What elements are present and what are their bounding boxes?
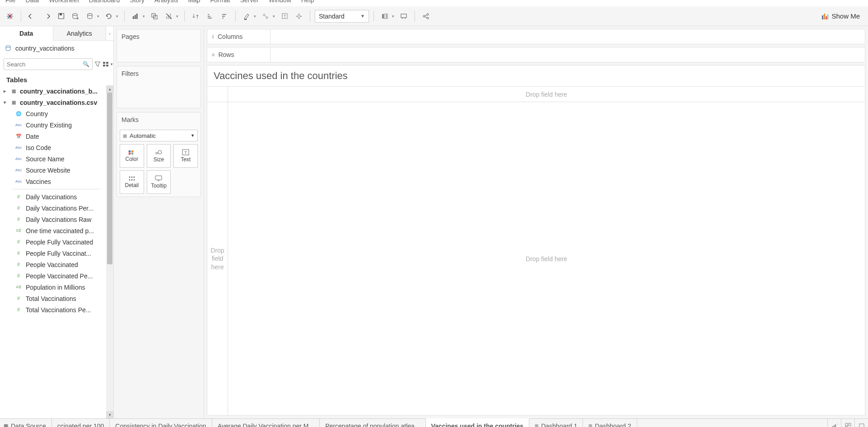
menu-map[interactable]: Map	[186, 0, 202, 4]
field-item[interactable]: #People Fully Vaccinat...	[0, 248, 113, 259]
sheet-title[interactable]: Vaccines used in the countries	[207, 66, 865, 86]
field-item[interactable]: #People Fully Vaccinated	[0, 236, 113, 248]
field-item[interactable]: #People Vaccinated	[0, 259, 113, 270]
menu-story[interactable]: Story	[128, 0, 146, 4]
show-labels-icon[interactable]: T	[278, 10, 291, 23]
dropdown-caret-icon[interactable]: ▾	[111, 60, 113, 69]
dropdown-caret-icon[interactable]: ▾	[116, 14, 119, 19]
viz-canvas[interactable]: Vaccines used in the countries Drop fiel…	[207, 65, 865, 416]
svg-point-38	[427, 14, 429, 15]
scroll-down-icon[interactable]: ▾	[106, 411, 113, 418]
marks-detail-button[interactable]: Detail	[120, 170, 144, 194]
marks-size-button[interactable]: Size	[147, 144, 171, 168]
new-story-tab-icon[interactable]: +	[854, 419, 868, 427]
new-worksheet-icon[interactable]	[129, 10, 142, 23]
field-item[interactable]: #Daily Vaccinations	[0, 191, 113, 202]
sort-asc-icon[interactable]	[204, 10, 216, 23]
new-datasource-icon[interactable]	[69, 10, 82, 23]
menu-format[interactable]: Format	[208, 0, 232, 4]
drop-columns-hint[interactable]: Drop field here	[228, 87, 865, 102]
dashboard-tab[interactable]: ⊞ Dashboard 2	[583, 419, 637, 427]
redo-icon[interactable]	[40, 10, 53, 23]
collapse-chevron-icon[interactable]: ‹	[106, 26, 113, 40]
dashboard-tab[interactable]: ⊞ Dashboard 1	[529, 419, 583, 427]
rows-shelf[interactable]: ≡ Rows	[207, 47, 865, 62]
field-item[interactable]: #Daily Vaccinations Raw	[0, 214, 113, 225]
menu-analysis[interactable]: Analysis	[153, 0, 180, 4]
tableau-logo-icon[interactable]	[4, 10, 16, 23]
field-item[interactable]: #People Vaccinated Pe...	[0, 270, 113, 282]
mark-type-dropdown[interactable]: ▦ Automatic ▼	[120, 130, 198, 141]
sheet-tab[interactable]: Average Daily Vaccination per M...	[212, 419, 320, 427]
field-item[interactable]: AbcCountry Existing	[0, 119, 113, 131]
menu-dashboard[interactable]: Dashboard	[87, 0, 122, 4]
fit-dropdown[interactable]: Standard ▼	[315, 10, 369, 23]
highlight-icon[interactable]	[240, 10, 253, 23]
menu-window[interactable]: Window	[267, 0, 293, 4]
filter-icon[interactable]	[94, 60, 101, 69]
scrollbar[interactable]: ▴ ▾	[106, 85, 113, 418]
dropdown-caret-icon[interactable]: ▾	[176, 14, 179, 19]
pin-icon[interactable]	[293, 10, 305, 23]
columns-shelf[interactable]: ⦀ Columns	[207, 29, 865, 44]
show-me-button[interactable]: Show Me	[817, 12, 864, 20]
presentation-icon[interactable]	[397, 10, 410, 23]
dropdown-caret-icon[interactable]: ▾	[97, 14, 100, 19]
undo-icon[interactable]	[26, 10, 38, 23]
swap-icon[interactable]	[189, 10, 202, 23]
table-item[interactable]: ▸ ▦ country_vaccinations_b...	[0, 85, 113, 97]
refresh-icon[interactable]	[103, 10, 115, 23]
group-icon[interactable]	[259, 10, 272, 23]
clear-sheet-icon[interactable]	[163, 10, 175, 23]
menu-help[interactable]: Help	[299, 0, 316, 4]
search-field[interactable]	[7, 61, 83, 68]
menu-data[interactable]: Data	[24, 0, 41, 4]
data-source-tab[interactable]: ▦ Data Source	[0, 419, 52, 427]
drop-rows-hint[interactable]: Drop field here	[207, 102, 228, 415]
sheet-tab-active[interactable]: Vaccines used in the countries	[426, 418, 530, 427]
filters-shelf[interactable]: Filters	[117, 66, 201, 108]
tab-analytics[interactable]: Analytics	[53, 26, 107, 40]
field-item[interactable]: #Total Vaccinations Pe...	[0, 304, 113, 315]
field-item[interactable]: 📅Date	[0, 131, 113, 142]
new-worksheet-tab-icon[interactable]: +	[827, 419, 841, 427]
marks-color-button[interactable]: Color	[120, 144, 144, 168]
pages-shelf[interactable]: Pages	[117, 29, 201, 62]
marks-text-button[interactable]: T Text	[173, 144, 198, 168]
share-icon[interactable]	[420, 10, 432, 23]
sort-desc-icon[interactable]	[218, 10, 231, 23]
pause-auto-updates-icon[interactable]	[84, 10, 96, 23]
search-input[interactable]: 🔍	[4, 58, 93, 70]
sheet-tab[interactable]: Percenatage of population atlea...	[320, 419, 425, 427]
field-item[interactable]: AbcVaccines	[0, 176, 113, 187]
menu-server[interactable]: Server	[238, 0, 261, 4]
sheet-tab[interactable]: Consistency in Daily Vaccination	[110, 419, 212, 427]
show-cards-icon[interactable]	[378, 10, 391, 23]
table-item[interactable]: ▾ ▦ country_vaccinations.csv	[0, 97, 113, 108]
menu-file[interactable]: File	[4, 0, 18, 4]
scroll-up-icon[interactable]: ▴	[106, 85, 113, 93]
dropdown-caret-icon[interactable]: ▾	[254, 14, 257, 19]
drop-main-hint[interactable]: Drop field here	[228, 102, 865, 415]
field-item[interactable]: AbcIso Code	[0, 142, 113, 153]
dropdown-caret-icon[interactable]: ▾	[273, 14, 275, 19]
dropdown-caret-icon[interactable]: ▾	[392, 14, 395, 19]
scroll-thumb[interactable]	[107, 93, 112, 264]
field-item[interactable]: =#Population in Millions	[0, 282, 113, 293]
field-item[interactable]: =#One time vaccinated p...	[0, 225, 113, 236]
sheet-tab[interactable]: ccinated per 100	[52, 419, 110, 427]
datasource-row[interactable]: country_vaccinations	[0, 41, 113, 56]
menu-worksheet[interactable]: Worksheet	[47, 0, 81, 4]
new-dashboard-tab-icon[interactable]: +	[841, 419, 854, 427]
field-item[interactable]: #Daily Vaccinations Per...	[0, 202, 113, 214]
field-item[interactable]: 🌐Country	[0, 108, 113, 119]
tab-data[interactable]: Data	[0, 26, 53, 41]
marks-tooltip-button[interactable]: Tooltip	[147, 170, 171, 194]
field-item[interactable]: #Total Vaccinations	[0, 293, 113, 304]
field-item[interactable]: AbcSource Name	[0, 153, 113, 164]
save-icon[interactable]	[55, 10, 67, 23]
dropdown-caret-icon[interactable]: ▾	[143, 14, 145, 19]
view-options-icon[interactable]	[103, 60, 109, 69]
field-item[interactable]: AbcSource Website	[0, 164, 113, 176]
duplicate-icon[interactable]	[148, 10, 161, 23]
